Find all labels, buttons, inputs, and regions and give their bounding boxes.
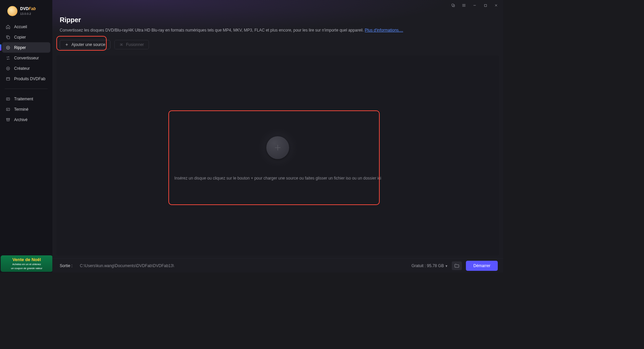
dropzone-plus-button[interactable] [266, 136, 289, 159]
output-path[interactable]: C:\Users\kun.wang\Documents\DVDFab\DVDFa… [80, 263, 408, 268]
app-logo-text: DVDFab 13.0.0.2 [20, 7, 36, 15]
page-description: Convertissez les disques DVD/Blu-ray/4K … [60, 28, 496, 33]
nav-primary: Accueil Copier Ripper Convertisseur Créa… [0, 21, 52, 85]
more-info-link[interactable]: Plus d'informations.... [365, 28, 403, 33]
footer: Sortie : C:\Users\kun.wang\Documents\DVD… [52, 258, 503, 272]
sidebar-item-ripper[interactable]: Ripper [2, 42, 50, 53]
app-name: DVDFab [20, 7, 36, 11]
sidebar-item-label: Terminé [14, 107, 29, 112]
sidebar-item-copier[interactable]: Copier [2, 32, 50, 42]
promo-line1: Achetez-en un et obtenez [3, 263, 50, 266]
sidebar-item-label: Traitement [14, 97, 33, 101]
promo-line2: un coupon de grande valeur [3, 267, 50, 270]
add-source-label: Ajouter une source [71, 42, 105, 47]
page-desc-text: Convertissez les disques DVD/Blu-ray/4K … [60, 28, 365, 33]
convert-icon [5, 55, 11, 61]
free-label: Gratuit : [412, 263, 426, 268]
svg-rect-4 [6, 77, 9, 80]
sidebar-item-traitement[interactable]: Traitement [2, 94, 50, 104]
dropzone-plus-halo [258, 128, 298, 168]
content-area: Insérez un disque ou cliquez sur le bout… [56, 55, 499, 256]
start-button[interactable]: Démarrer [466, 261, 498, 271]
svg-rect-0 [7, 36, 10, 39]
app-logo-icon [7, 6, 17, 16]
add-source-button[interactable]: Ajouter une source [60, 40, 110, 49]
svg-rect-5 [6, 98, 9, 100]
free-value: 95.78 GB [427, 263, 444, 268]
promo-banner[interactable]: Vente de Noël Achetez-en un et obtenez u… [1, 255, 53, 272]
home-icon [5, 24, 11, 30]
toolbar: Ajouter une source Fusionner [52, 35, 503, 53]
sidebar-item-label: Accueil [14, 24, 27, 29]
maximize-icon[interactable] [482, 2, 488, 8]
nav-secondary: Traitement Terminé Archivé [0, 93, 52, 126]
products-icon [5, 76, 11, 82]
sidebar-item-label: Ripper [14, 45, 26, 50]
promo-title: Vente de Noël [3, 257, 50, 262]
sidebar-item-label: Copier [14, 35, 26, 40]
sidebar-item-termine[interactable]: Terminé [2, 104, 50, 114]
merge-icon [119, 43, 123, 47]
svg-point-2 [8, 47, 8, 48]
copy-icon [5, 35, 11, 40]
sidebar-item-label: Convertisseur [14, 56, 39, 60]
free-space[interactable]: Gratuit : 95.78 GB▼ [412, 263, 448, 268]
processing-icon [5, 96, 11, 102]
archive-icon [5, 117, 11, 122]
page-title: Ripper [60, 16, 496, 24]
page-header: Ripper Convertissez les disques DVD/Blu-… [52, 11, 503, 35]
app-name-part1: DVD [20, 6, 29, 11]
svg-rect-8 [452, 4, 454, 6]
merge-button[interactable]: Fusionner [114, 40, 149, 49]
main-area: Ripper Convertissez les disques DVD/Blu-… [52, 0, 503, 272]
minimize-icon[interactable] [472, 2, 478, 8]
sidebar-item-archive[interactable]: Archivé [2, 114, 50, 125]
browse-folder-button[interactable] [452, 261, 462, 270]
sidebar-item-label: Archivé [14, 117, 28, 122]
titlebar [52, 0, 503, 11]
sidebar-separator [5, 89, 48, 89]
output-label: Sortie : [60, 263, 72, 268]
svg-rect-7 [6, 118, 9, 119]
merge-label: Fusionner [126, 42, 144, 47]
sidebar-item-convertisseur[interactable]: Convertisseur [2, 53, 50, 63]
close-icon[interactable] [493, 2, 499, 8]
pin-icon[interactable] [450, 2, 456, 8]
ripper-icon [5, 45, 11, 50]
app-version: 13.0.0.2 [20, 12, 36, 15]
app-logo-area: DVDFab 13.0.0.2 [0, 0, 52, 21]
done-icon [5, 107, 11, 112]
creator-icon [5, 66, 11, 71]
sidebar-item-label: Créateur [14, 66, 30, 71]
app-name-part2: Fab [29, 6, 36, 11]
dropzone-text: Insérez un disque ou cliquez sur le bout… [174, 176, 381, 181]
sidebar: DVDFab 13.0.0.2 Accueil Copier Ripper [0, 0, 52, 272]
sidebar-item-label: Produits DVDFab [14, 77, 45, 81]
sidebar-item-createur[interactable]: Créateur [2, 63, 50, 73]
svg-rect-9 [484, 4, 486, 6]
chevron-down-icon: ▼ [445, 264, 448, 268]
plus-icon [65, 43, 69, 47]
svg-point-1 [6, 46, 9, 49]
sidebar-item-accueil[interactable]: Accueil [2, 21, 50, 32]
sidebar-item-produits[interactable]: Produits DVDFab [2, 73, 50, 84]
menu-icon[interactable] [461, 2, 467, 8]
